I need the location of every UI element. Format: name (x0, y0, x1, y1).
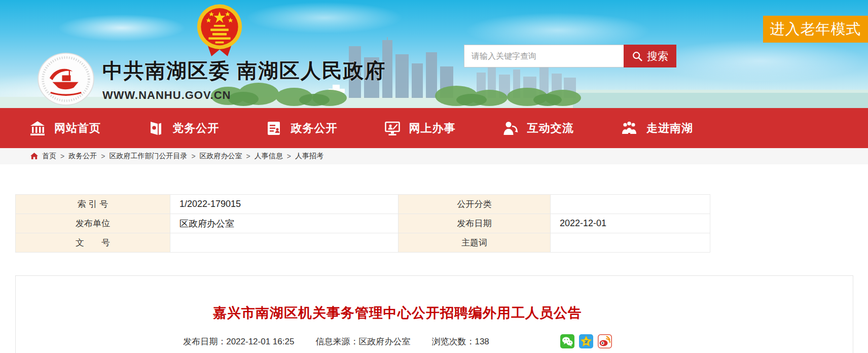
search-input[interactable] (464, 45, 624, 67)
breadcrumb-separator: > (60, 152, 64, 160)
share-buttons (560, 334, 612, 348)
index-number-label: 索 引 号 (16, 195, 170, 214)
search-icon (632, 51, 643, 62)
breadcrumb: 首页 > 政务公开 > 区政府工作部门公开目录 > 区政府办公室 > 人事信息 … (0, 148, 868, 164)
nav-label: 走进南湖 (646, 121, 693, 136)
publisher-label: 发布单位 (16, 214, 170, 233)
breadcrumb-separator: > (191, 152, 195, 160)
document-icon (266, 120, 282, 136)
nav-label: 网上办事 (409, 121, 456, 136)
nav-item-party-affairs[interactable]: 党务公开 (148, 120, 219, 136)
article-meta: 发布日期：2022-12-01 16:25 信息来源：区政府办公室 浏览次数：1… (16, 334, 779, 348)
wechat-share-icon[interactable] (560, 334, 574, 348)
main-nav: 网站首页 党务公开 政务公开 网上办事 (0, 108, 868, 148)
public-category-value (551, 195, 710, 214)
nav-label: 网站首页 (54, 121, 101, 136)
nav-item-online-services[interactable]: 网上办事 (384, 120, 456, 136)
party-book-icon (148, 120, 164, 136)
breadcrumb-item-personnel-info[interactable]: 人事信息 (255, 152, 283, 161)
site-brand: 中共南湖区委 南湖区人民政府 WWW.NANHU.GOV.CN (37, 52, 386, 106)
nav-item-gov-affairs[interactable]: 政务公开 (266, 120, 337, 136)
doc-number-value (170, 233, 399, 253)
site-url: WWW.NANHU.GOV.CN (102, 89, 386, 102)
nav-item-about-nanhu[interactable]: 走进南湖 (621, 120, 693, 136)
elder-mode-button[interactable]: 进入老年模式 (763, 16, 868, 43)
public-category-label: 公开分类 (399, 195, 551, 214)
publish-date-value: 2022-12-01 (551, 214, 710, 233)
article-card: 嘉兴市南湖区机关事务管理中心公开招聘编外用工人员公告 发布日期：2022-12-… (15, 275, 853, 353)
breadcrumb-item-home[interactable]: 首页 (42, 152, 56, 161)
breadcrumb-item-gov-affairs[interactable]: 政务公开 (68, 152, 97, 161)
table-row: 发布单位 区政府办公室 发布日期 2022-12-01 (16, 214, 710, 233)
article-source: 信息来源：区政府办公室 (315, 336, 410, 347)
people-group-icon (621, 120, 638, 136)
breadcrumb-item-dept-directory[interactable]: 区政府工作部门公开目录 (109, 152, 187, 161)
monitor-icon (384, 120, 401, 136)
index-number-value: 1/2022-179015 (170, 195, 399, 214)
nav-label: 政务公开 (291, 121, 337, 136)
site-title: 中共南湖区委 南湖区人民政府 (102, 57, 386, 85)
breadcrumb-separator: > (287, 152, 291, 160)
red-boat-logo-icon (37, 52, 95, 106)
article-title: 嘉兴市南湖区机关事务管理中心公开招聘编外用工人员公告 (16, 304, 779, 322)
subject-label: 主题词 (399, 233, 551, 253)
nav-label: 党务公开 (172, 121, 219, 136)
building-icon (29, 120, 46, 136)
publisher-value: 区政府办公室 (170, 214, 399, 233)
table-row: 索 引 号 1/2022-179015 公开分类 (16, 195, 710, 214)
breadcrumb-item-recruitment[interactable]: 人事招考 (295, 152, 323, 161)
article-view-count: 浏览次数：138 (431, 336, 489, 347)
search-bar: 搜索 (464, 45, 676, 67)
search-button-label: 搜索 (647, 49, 668, 63)
subject-value (551, 233, 710, 253)
nav-label: 互动交流 (527, 121, 574, 136)
publish-date-label: 发布日期 (399, 214, 551, 233)
breadcrumb-item-gov-office[interactable]: 区政府办公室 (200, 152, 242, 161)
table-row: 文 号 主题词 (16, 233, 710, 253)
doc-number-label: 文 号 (16, 233, 170, 253)
person-chat-icon (502, 120, 519, 136)
nav-item-interaction[interactable]: 互动交流 (502, 120, 574, 136)
document-info-table: 索 引 号 1/2022-179015 公开分类 发布单位 区政府办公室 发布日… (15, 194, 710, 253)
nav-item-home[interactable]: 网站首页 (29, 120, 101, 136)
home-icon (30, 153, 38, 160)
article-publish-date: 发布日期：2022-12-01 16:25 (183, 336, 294, 347)
qzone-share-icon[interactable] (579, 334, 593, 348)
breadcrumb-separator: > (101, 152, 105, 160)
breadcrumb-separator: > (246, 152, 250, 160)
weibo-share-icon[interactable] (598, 334, 612, 348)
site-header: 中共南湖区委 南湖区人民政府 WWW.NANHU.GOV.CN 搜索 进入老年模… (0, 0, 868, 108)
search-button[interactable]: 搜索 (624, 45, 676, 67)
